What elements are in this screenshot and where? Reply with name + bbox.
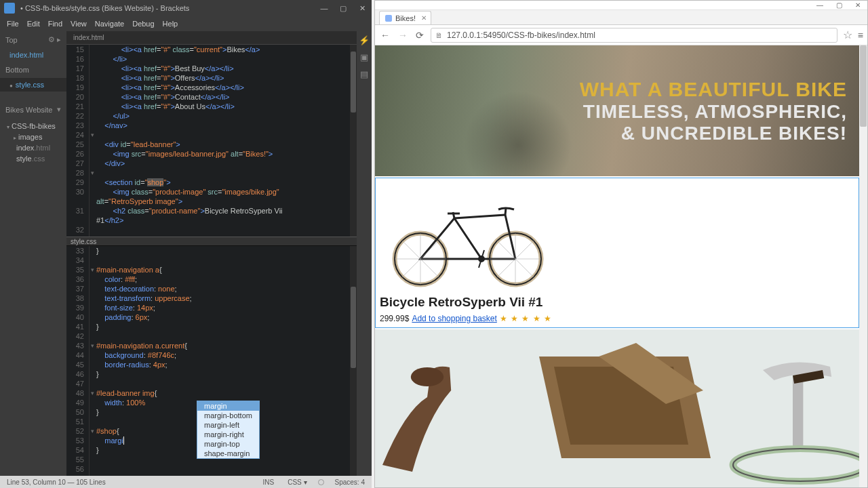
sidebar-bottom-label: Bottom: [5, 66, 29, 74]
status-spaces[interactable]: Spaces: 4: [332, 479, 368, 486]
svg-line-4: [454, 215, 505, 218]
scrollbar-vertical[interactable]: [350, 246, 357, 476]
autocomplete-item[interactable]: margin: [197, 401, 259, 411]
menu-navigate[interactable]: Navigate: [91, 20, 128, 28]
brackets-logo-icon: [4, 3, 15, 14]
autocomplete-item[interactable]: margin-bottom: [197, 411, 259, 420]
status-lang[interactable]: CSS ▾: [285, 479, 309, 486]
page-info-icon[interactable]: 🗎: [435, 31, 443, 39]
menu-file[interactable]: File: [3, 20, 23, 28]
live-preview-icon[interactable]: ⚡: [359, 35, 370, 45]
maximize-icon[interactable]: ▢: [334, 4, 353, 13]
banner-line3: & UNCREDIBLE BIKES!: [580, 123, 847, 144]
svg-line-9: [505, 208, 506, 215]
banner-line1: WHAT A BEAUTIFUL BIKE: [580, 78, 847, 101]
browser-tabstrip: Bikes! ✕: [375, 10, 867, 25]
browser-window: — ▢ ✕ Bikes! ✕ ← → ⟳ 🗎 127.0.0.1:54950/C…: [374, 0, 868, 488]
tree-style[interactable]: style.css: [7, 153, 66, 164]
more-icon[interactable]: ▤: [360, 69, 368, 79]
svg-point-21: [411, 367, 443, 386]
hamburger-icon[interactable]: ≡: [858, 30, 863, 41]
project-name[interactable]: Bikes Website: [5, 106, 53, 114]
add-to-basket-link[interactable]: Add to shopping basket: [412, 314, 496, 323]
brackets-sidebar: Top ⚙ ▸ index.html Bottom ●style.css Bik…: [0, 31, 66, 476]
footer-banner: [375, 329, 867, 487]
editor-tab[interactable]: index.html: [66, 34, 111, 41]
extensions-icon[interactable]: ▣: [360, 52, 368, 62]
menu-debug[interactable]: Debug: [128, 20, 158, 28]
maximize-icon[interactable]: ▢: [829, 1, 848, 9]
product-price: 299.99$: [380, 314, 409, 323]
browser-scrollbar[interactable]: [859, 45, 867, 487]
menu-find[interactable]: Find: [44, 20, 66, 28]
menu-edit[interactable]: Edit: [23, 20, 44, 28]
status-lint-icon[interactable]: [318, 479, 324, 485]
gear-icon[interactable]: ⚙ ▸: [48, 35, 61, 44]
star-rating-icon: ★ ★ ★ ★ ★: [500, 314, 552, 323]
autocomplete-item[interactable]: margin-right: [197, 430, 259, 439]
tree-images[interactable]: ▸images: [7, 131, 66, 142]
reload-icon[interactable]: ⟳: [414, 30, 425, 41]
autocomplete-popup[interactable]: marginmargin-bottommargin-leftmargin-rig…: [197, 401, 260, 459]
address-bar[interactable]: 🗎 127.0.0.1:54950/CSS-fb-bikes/index.htm…: [431, 28, 837, 43]
status-line-col[interactable]: Line 53, Column 10 — 105 Lines: [4, 479, 108, 486]
editor-pane-css[interactable]: 33}3435▾#main-navigation a{36 color: #ff…: [66, 246, 357, 476]
bookmark-icon[interactable]: ☆: [843, 28, 852, 41]
autocomplete-item[interactable]: shape-margin: [197, 449, 259, 458]
browser-viewport[interactable]: WHAT A BEAUTIFUL BIKE TIMELESS, ATMOSPHE…: [375, 45, 867, 487]
tab-close-icon[interactable]: ✕: [421, 14, 427, 22]
browser-tab-title: Bikes!: [395, 14, 416, 22]
scrollbar-vertical[interactable]: [350, 45, 357, 237]
tree-index[interactable]: index.html: [7, 142, 66, 153]
status-ins[interactable]: INS: [260, 479, 277, 486]
brackets-titlebar[interactable]: • CSS-fb-bikes/style.css (Bikes Website)…: [0, 0, 372, 16]
close-icon[interactable]: ✕: [353, 4, 372, 13]
brackets-title: • CSS-fb-bikes/style.css (Bikes Website)…: [20, 4, 189, 12]
banner-line2: TIMELESS, ATMOSPHERIC,: [580, 101, 847, 123]
autocomplete-item[interactable]: margin-top: [197, 439, 259, 449]
close-icon[interactable]: ✕: [848, 1, 867, 9]
menu-view[interactable]: View: [66, 20, 91, 28]
pane-divider[interactable]: style.css: [66, 237, 357, 246]
shop-section: Bicycle RetroSyperb Vii #1 299.99$ Add t…: [375, 178, 859, 328]
lead-banner: WHAT A BEAUTIFUL BIKE TIMELESS, ATMOSPHE…: [375, 45, 867, 176]
menu-help[interactable]: Help: [159, 20, 182, 28]
brackets-statusbar: Line 53, Column 10 — 105 Lines INS CSS ▾…: [0, 476, 372, 488]
browser-toolbar: ← → ⟳ 🗎 127.0.0.1:54950/CSS-fb-bikes/ind…: [375, 25, 867, 45]
forward-icon[interactable]: →: [397, 30, 409, 41]
brackets-toolbar: ⚡ ▣ ▤: [357, 31, 372, 476]
editor-pane-html[interactable]: 15 <li><a href="#" class="current">Bikes…: [66, 45, 357, 237]
working-file-index[interactable]: index.html: [0, 48, 66, 62]
minimize-icon[interactable]: —: [810, 1, 829, 9]
favicon-icon: [385, 15, 392, 22]
working-file-style[interactable]: ●style.css: [0, 78, 66, 92]
product-image: [380, 181, 556, 289]
minimize-icon[interactable]: —: [315, 4, 334, 13]
browser-tab[interactable]: Bikes! ✕: [379, 11, 431, 24]
back-icon[interactable]: ←: [379, 30, 391, 41]
brackets-menubar: File Edit Find View Navigate Debug Help: [0, 16, 372, 31]
tree-root[interactable]: ▾CSS-fb-bikes: [7, 121, 66, 131]
product-name: Bicycle RetroSyperb Vii #1: [380, 295, 854, 310]
url-text: 127.0.0.1:54950/CSS-fb-bikes/index.html: [447, 30, 595, 40]
autocomplete-item[interactable]: margin-left: [197, 420, 259, 430]
brackets-window: • CSS-fb-bikes/style.css (Bikes Website)…: [0, 0, 372, 488]
svg-line-8: [453, 212, 454, 218]
sidebar-top-label: Top: [5, 36, 18, 44]
svg-rect-25: [793, 377, 803, 451]
